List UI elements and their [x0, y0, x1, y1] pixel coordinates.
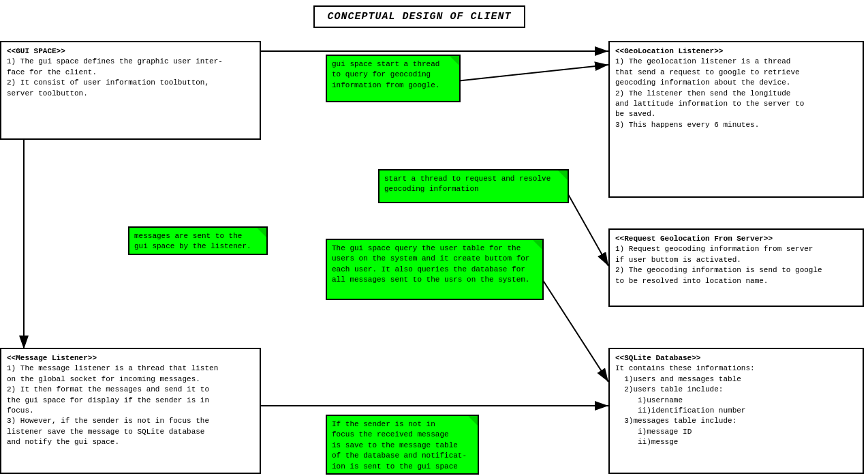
gui-space-text: 1) The gui space defines the graphic use…	[7, 57, 223, 97]
gui-query-box: The gui space query the user table for t…	[326, 239, 544, 300]
svg-line-3	[450, 65, 608, 82]
green-thread-resolve-box: start a thread to request and resolve ge…	[378, 169, 569, 203]
message-listener-box: <<Message Listener>> 1) The message list…	[0, 348, 261, 474]
geolocation-text: 1) The geolocation listener is a thread …	[615, 57, 804, 128]
page-title: CONCEPTUAL DESIGN OF CLIENT	[313, 5, 525, 28]
svg-line-5	[540, 276, 608, 382]
geolocation-label: <<GeoLocation Listener>>	[615, 47, 723, 55]
message-listener-label: <<Message Listener>>	[7, 354, 97, 362]
green-messages-sent-box: messages are sent to the gui space by th…	[128, 226, 268, 255]
green-thread-resolve-text: start a thread to request and resolve ge…	[384, 175, 551, 193]
gui-space-label: <<GUI SPACE>>	[7, 47, 65, 55]
green-sender-not-focus-text: If the sender is not in focus the receiv…	[332, 420, 467, 471]
message-listener-text: 1) The message listener is a thread that…	[7, 364, 218, 446]
svg-line-4	[565, 190, 608, 266]
sqlite-text: It contains these informations: 1)users …	[615, 364, 755, 446]
green-messages-sent-text: messages are sent to the gui space by th…	[134, 232, 251, 250]
sqlite-database-box: <<SQLite Database>> It contains these in…	[608, 348, 864, 474]
gui-space-box: <<GUI SPACE>> 1) The gui space defines t…	[0, 41, 261, 140]
request-geolocation-box: <<Request Geolocation From Server>> 1) R…	[608, 228, 864, 307]
green-geocoding-box: gui space start a thread to query for ge…	[326, 55, 461, 102]
gui-query-text: The gui space query the user table for t…	[332, 244, 529, 284]
green-sender-not-focus-box: If the sender is not in focus the receiv…	[326, 415, 479, 475]
sqlite-label: <<SQLite Database>>	[615, 354, 700, 362]
request-geolocation-text: 1) Request geocoding information from se…	[615, 245, 822, 284]
request-geolocation-label: <<Request Geolocation From Server>>	[615, 235, 773, 243]
geolocation-listener-box: <<GeoLocation Listener>> 1) The geolocat…	[608, 41, 864, 198]
green-geocoding-text: gui space start a thread to query for ge…	[332, 60, 439, 89]
